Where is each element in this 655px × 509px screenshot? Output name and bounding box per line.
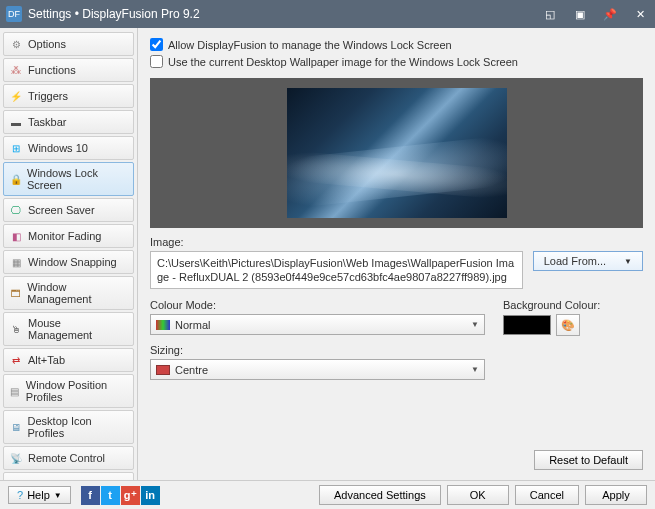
sidebar-item-label: Mouse Management [28, 317, 128, 341]
triggers-icon: ⚡ [9, 89, 23, 103]
snapping-icon: ▦ [9, 255, 23, 269]
chevron-down-icon: ▼ [471, 365, 479, 374]
sidebar-item-label: Window Position Profiles [26, 379, 128, 403]
apply-button[interactable]: Apply [585, 485, 647, 505]
remote-icon: 📡 [9, 451, 23, 465]
sidebar-item-window-snapping[interactable]: ▦Window Snapping [3, 250, 134, 274]
colour-mode-value: Normal [175, 319, 471, 331]
sidebar-item-label: Alt+Tab [28, 354, 65, 366]
allow-manage-checkbox[interactable] [150, 38, 163, 51]
use-wallpaper-label: Use the current Desktop Wallpaper image … [168, 56, 518, 68]
use-wallpaper-checkbox[interactable] [150, 55, 163, 68]
sidebar-item-monitor-fading[interactable]: ◧Monitor Fading [3, 224, 134, 248]
colour-mode-label: Colour Mode: [150, 299, 485, 311]
window-buttons: ◱ ▣ 📌 ✕ [535, 0, 655, 28]
googleplus-icon[interactable]: g⁺ [121, 486, 140, 505]
sidebar-item-label: Compatibility [28, 478, 91, 480]
image-path-field[interactable]: C:\Users\Keith\Pictures\DisplayFusion\We… [150, 251, 523, 289]
colour-mode-select[interactable]: Normal ▼ [150, 314, 485, 335]
lock-icon: 🔒 [9, 172, 22, 186]
use-wallpaper-checkbox-row[interactable]: Use the current Desktop Wallpaper image … [150, 55, 643, 68]
sidebar-item-label: Options [28, 38, 66, 50]
sidebar-item-window-position-profiles[interactable]: ▤Window Position Profiles [3, 374, 134, 408]
sidebar-item-windows-10[interactable]: ⊞Windows 10 [3, 136, 134, 160]
sidebar-item-window-management[interactable]: 🗔Window Management [3, 276, 134, 310]
sidebar: ⚙Options⁂Functions⚡Triggers▬Taskbar⊞Wind… [0, 28, 138, 480]
sidebar-item-taskbar[interactable]: ▬Taskbar [3, 110, 134, 134]
app-icon: DF [6, 6, 22, 22]
advanced-settings-button[interactable]: Advanced Settings [319, 485, 441, 505]
sizing-value: Centre [175, 364, 471, 376]
image-preview-container [150, 78, 643, 228]
help-label: Help [27, 489, 50, 501]
mouse-icon: 🖱 [9, 322, 23, 336]
chevron-down-icon: ▼ [624, 257, 632, 266]
load-from-label: Load From... [544, 255, 606, 267]
sidebar-item-label: Desktop Icon Profiles [28, 415, 128, 439]
sidebar-item-functions[interactable]: ⁂Functions [3, 58, 134, 82]
allow-manage-checkbox-row[interactable]: Allow DisplayFusion to manage the Window… [150, 38, 643, 51]
pin-icon[interactable]: 📌 [595, 0, 625, 28]
sizing-select[interactable]: Centre ▼ [150, 359, 485, 380]
sidebar-item-label: Triggers [28, 90, 68, 102]
chevron-down-icon: ▼ [54, 491, 62, 500]
windows-icon: ⊞ [9, 141, 23, 155]
fading-icon: ◧ [9, 229, 23, 243]
screensaver-icon: 🖵 [9, 203, 23, 217]
sidebar-item-screen-saver[interactable]: 🖵Screen Saver [3, 198, 134, 222]
compat-icon: ✓ [9, 477, 23, 480]
functions-icon: ⁂ [9, 63, 23, 77]
sidebar-item-label: Screen Saver [28, 204, 95, 216]
social-links: f t g⁺ in [81, 486, 160, 505]
help-button[interactable]: ? Help ▼ [8, 486, 71, 504]
close-icon[interactable]: ✕ [625, 0, 655, 28]
sidebar-item-label: Windows Lock Screen [27, 167, 128, 191]
sidebar-item-windows-lock-screen[interactable]: 🔒Windows Lock Screen [3, 162, 134, 196]
reset-button[interactable]: Reset to Default [534, 450, 643, 470]
bg-colour-swatch[interactable] [503, 315, 551, 335]
colour-picker-button[interactable]: 🎨 [556, 314, 580, 336]
sidebar-item-label: Windows 10 [28, 142, 88, 154]
sidebar-item-label: Window Management [27, 281, 128, 305]
ok-button[interactable]: OK [447, 485, 509, 505]
sidebar-item-options[interactable]: ⚙Options [3, 32, 134, 56]
linkedin-icon[interactable]: in [141, 486, 160, 505]
sidebar-item-label: Window Snapping [28, 256, 117, 268]
bg-colour-label: Background Colour: [503, 299, 643, 311]
taskbar-icon: ▬ [9, 115, 23, 129]
window-title: Settings • DisplayFusion Pro 9.2 [28, 7, 535, 21]
sidebar-item-label: Taskbar [28, 116, 67, 128]
image-label: Image: [150, 236, 643, 248]
deskicon-icon: 🖥 [9, 420, 23, 434]
multimonitor-icon[interactable]: ▣ [565, 0, 595, 28]
sidebar-item-desktop-icon-profiles[interactable]: 🖥Desktop Icon Profiles [3, 410, 134, 444]
sidebar-item-mouse-management[interactable]: 🖱Mouse Management [3, 312, 134, 346]
help-icon: ? [17, 489, 23, 501]
window-mgmt-icon: 🗔 [9, 286, 22, 300]
sidebar-item-compatibility[interactable]: ✓Compatibility [3, 472, 134, 480]
footer: ? Help ▼ f t g⁺ in Advanced Settings OK … [0, 480, 655, 509]
sidebar-item-alt-tab[interactable]: ⇄Alt+Tab [3, 348, 134, 372]
alttab-icon: ⇄ [9, 353, 23, 367]
content-pane: Allow DisplayFusion to manage the Window… [138, 28, 655, 480]
sizing-label: Sizing: [150, 344, 485, 356]
colour-mode-icon [156, 320, 170, 330]
cancel-button[interactable]: Cancel [515, 485, 579, 505]
sidebar-item-remote-control[interactable]: 📡Remote Control [3, 446, 134, 470]
load-from-button[interactable]: Load From... ▼ [533, 251, 643, 271]
allow-manage-label: Allow DisplayFusion to manage the Window… [168, 39, 452, 51]
sizing-icon [156, 365, 170, 375]
eyedropper-icon: 🎨 [561, 319, 575, 332]
twitter-icon[interactable]: t [101, 486, 120, 505]
gear-icon: ⚙ [9, 37, 23, 51]
tray-icon[interactable]: ◱ [535, 0, 565, 28]
sidebar-item-label: Functions [28, 64, 76, 76]
position-icon: ▤ [9, 384, 21, 398]
image-preview [287, 88, 507, 218]
chevron-down-icon: ▼ [471, 320, 479, 329]
sidebar-item-label: Monitor Fading [28, 230, 101, 242]
sidebar-item-label: Remote Control [28, 452, 105, 464]
sidebar-item-triggers[interactable]: ⚡Triggers [3, 84, 134, 108]
titlebar: DF Settings • DisplayFusion Pro 9.2 ◱ ▣ … [0, 0, 655, 28]
facebook-icon[interactable]: f [81, 486, 100, 505]
